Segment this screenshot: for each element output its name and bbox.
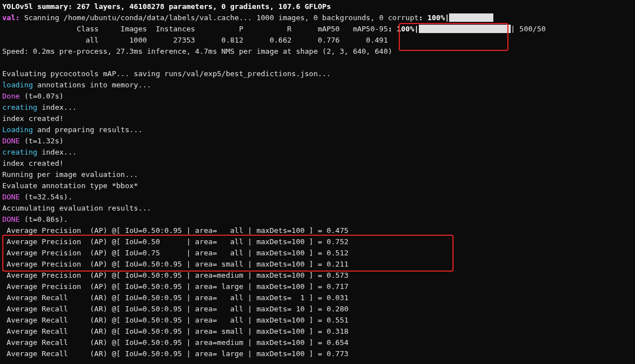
index-created-1: index created! [2, 114, 64, 123]
creating-index-1: creating index... [2, 103, 77, 111]
done-1: Done (t=0.07s) [2, 92, 64, 100]
speed-line: Speed: 0.2ms pre-process, 27.3ms inferen… [2, 47, 393, 55]
val-label: val: [2, 13, 24, 22]
done-2: DONE (t=1.32s) [2, 137, 64, 145]
ap-row: Average Precision (AP) @[ IoU=0.50:0.95 … [2, 271, 348, 279]
ar-row: Average Recall (AR) @[ IoU=0.50:0.95 | a… [2, 293, 348, 302]
ar-row: Average Recall (AR) @[ IoU=0.50:0.95 | a… [2, 305, 348, 313]
done-4: DONE (t=0.86s). [2, 215, 68, 223]
accumulating: Accumulating evaluation results... [2, 204, 151, 212]
eval-anno-type: Evaluate annotation type *bbox* [2, 181, 138, 190]
ap-row: Average Precision (AP) @[ IoU=0.75 | are… [2, 249, 348, 257]
ar-row: Average Recall (AR) @[ IoU=0.50:0.95 | a… [2, 327, 348, 335]
ar-row: Average Recall (AR) @[ IoU=0.50:0.95 | a… [2, 316, 348, 324]
eval-msg: Evaluating pycocotools mAP... saving run… [2, 69, 331, 78]
ap-row: Average Precision (AP) @[ IoU=0.50:0.95 … [2, 260, 348, 268]
metrics-header: Class Images Instances P R mAP50 mAP50-9… [2, 25, 546, 33]
val-line: val: Scanning /home/ubuntu/conda/data/la… [2, 13, 493, 22]
per-image-eval: Running per image evaluation... [2, 170, 138, 179]
done-3: DONE (t=32.54s). [2, 193, 72, 201]
index-created-2: index created! [2, 159, 64, 167]
metrics-row-all: all 1000 27353 0.812 0.662 0.776 0.491 [2, 36, 388, 44]
ar-row: Average Recall (AR) @[ IoU=0.50:0.95 | a… [2, 349, 348, 358]
model-summary: YOLOv5l summary: 267 layers, 46108278 pa… [2, 2, 331, 11]
creating-index-2: creating index... [2, 148, 77, 156]
loading-anno: loading annotations into memory... [2, 81, 151, 89]
ap-row: Average Precision (AP) @[ IoU=0.50 | are… [2, 237, 348, 246]
ap-row: Average Precision (AP) @[ IoU=0.50:0.95 … [2, 226, 348, 235]
ar-row: Average Recall (AR) @[ IoU=0.50:0.95 | a… [2, 338, 348, 347]
terminal-output[interactable]: YOLOv5l summary: 267 layers, 46108278 pa… [0, 0, 635, 364]
ap-row: Average Precision (AP) @[ IoU=0.50:0.95 … [2, 282, 348, 291]
loading-results: Loading and preparing results... [2, 125, 142, 134]
